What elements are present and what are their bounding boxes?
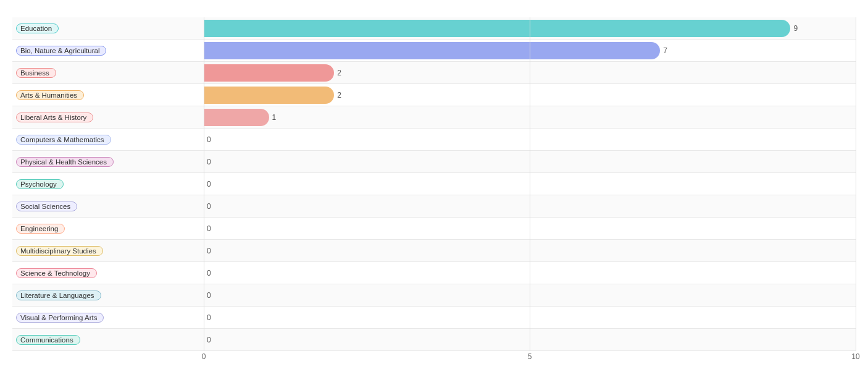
chart-area: Education9Bio, Nature & Agricultural7Bus… — [12, 17, 856, 334]
bar-row: Multidisciplinary Studies0 — [12, 240, 856, 262]
bar-label: Science & Technology — [16, 268, 97, 278]
bar-track: 0 — [204, 309, 843, 326]
bar-label: Bio, Nature & Agricultural — [16, 46, 106, 56]
grid-line — [856, 17, 856, 351]
bar-label: Business — [16, 68, 56, 78]
bar-track: 0 — [204, 131, 843, 148]
bar-track: 2 — [204, 87, 843, 104]
bars-section: Education9Bio, Nature & Agricultural7Bus… — [12, 17, 856, 351]
bar-track: 9 — [204, 20, 843, 37]
bar-track: 0 — [204, 176, 843, 193]
bar-track: 0 — [204, 331, 843, 349]
bar-value-label: 0 — [207, 291, 211, 300]
bar-track: 7 — [204, 42, 843, 59]
bar-row: Arts & Humanities2 — [12, 84, 856, 106]
bar-label: Social Sciences — [16, 201, 77, 211]
bar-row: Business2 — [12, 62, 856, 84]
bar-value-label: 0 — [207, 269, 211, 278]
bar-fill — [204, 20, 790, 37]
bar-fill — [204, 109, 269, 126]
bar-track: 0 — [204, 153, 843, 171]
bar-value-label: 0 — [207, 180, 211, 189]
bar-track: 0 — [204, 220, 843, 237]
bar-value-label: 2 — [337, 91, 341, 100]
bar-fill — [204, 64, 334, 82]
bar-row: Visual & Performing Arts0 — [12, 307, 856, 329]
bar-label: Visual & Performing Arts — [16, 313, 104, 323]
x-tick: 5 — [528, 352, 532, 361]
bar-label: Engineering — [16, 224, 65, 234]
bar-value-label: 0 — [207, 202, 211, 211]
bar-track: 2 — [204, 64, 843, 82]
bar-row: Liberal Arts & History1 — [12, 106, 856, 129]
bar-track: 1 — [204, 109, 843, 126]
bar-label: Liberal Arts & History — [16, 112, 93, 122]
bar-label: Communications — [16, 335, 80, 345]
bar-row: Computers & Mathematics0 — [12, 129, 856, 151]
chart-container: Education9Bio, Nature & Agricultural7Bus… — [0, 0, 868, 390]
bar-row: Engineering0 — [12, 218, 856, 240]
bar-value-label: 1 — [272, 113, 277, 122]
bar-value-label: 0 — [207, 158, 211, 166]
bar-value-label: 7 — [663, 46, 667, 55]
bar-row: Bio, Nature & Agricultural7 — [12, 40, 856, 62]
bar-track: 0 — [204, 287, 843, 304]
bar-value-label: 0 — [207, 135, 211, 144]
bar-row: Communications0 — [12, 329, 856, 351]
bar-row: Literature & Languages0 — [12, 284, 856, 307]
bar-row: Psychology0 — [12, 173, 856, 195]
bar-label: Arts & Humanities — [16, 90, 84, 100]
bar-value-label: 0 — [207, 247, 211, 255]
bar-value-label: 2 — [337, 69, 341, 77]
bar-label: Literature & Languages — [16, 290, 101, 300]
bar-value-label: 0 — [207, 313, 211, 322]
bar-value-label: 0 — [207, 336, 211, 344]
bar-row: Science & Technology0 — [12, 262, 856, 284]
bar-value-label: 9 — [793, 24, 798, 33]
x-tick: 0 — [202, 352, 206, 361]
bar-track: 0 — [204, 265, 843, 282]
bar-fill — [204, 42, 660, 59]
x-tick: 10 — [851, 352, 859, 361]
bar-row: Physical & Health Sciences0 — [12, 151, 856, 173]
bar-fill — [204, 87, 334, 104]
bar-label: Physical & Health Sciences — [16, 157, 114, 167]
bar-row: Education9 — [12, 17, 856, 40]
bar-value-label: 0 — [207, 224, 211, 233]
bar-label: Computers & Mathematics — [16, 135, 111, 145]
bar-label: Education — [16, 23, 59, 33]
bar-track: 0 — [204, 198, 843, 215]
bar-label: Psychology — [16, 179, 64, 189]
bar-track: 0 — [204, 242, 843, 260]
bar-row: Social Sciences0 — [12, 195, 856, 218]
bar-label: Multidisciplinary Studies — [16, 246, 103, 256]
